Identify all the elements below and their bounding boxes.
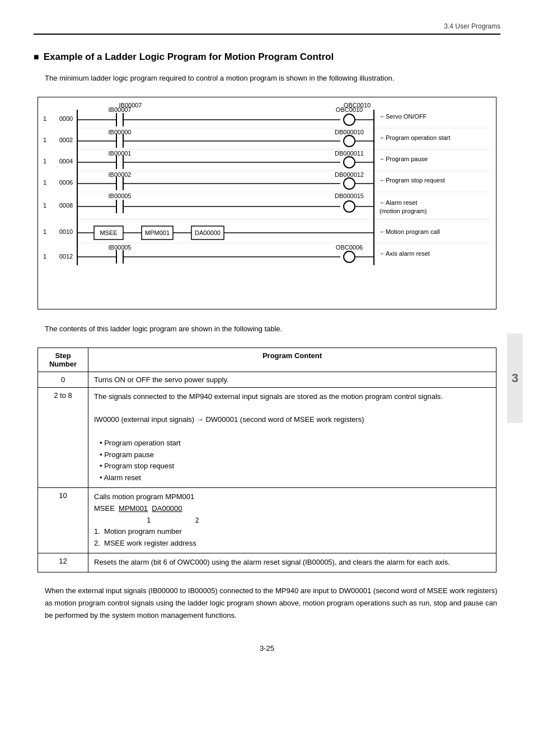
bottom-text: When the external input signals (IB00000…	[45, 585, 500, 622]
content-table-wrapper: StepNumber Program Content 0 Turns ON or…	[38, 348, 496, 572]
svg-text:1: 1	[43, 202, 46, 209]
svg-text:0000: 0000	[59, 115, 73, 122]
content-0: Turns ON or OFF the servo power supply.	[88, 372, 496, 387]
content-table: StepNumber Program Content 0 Turns ON or…	[38, 348, 496, 572]
section-title-text: Example of a Ladder Logic Program for Mo…	[44, 51, 334, 63]
svg-text:1: 1	[43, 137, 46, 143]
svg-text:DB000015: DB000015	[335, 192, 364, 199]
table-row: 12 Resets the alarm (bit 6 of OWC000) us…	[38, 553, 496, 572]
svg-text:IB00005: IB00005	[109, 244, 132, 251]
table-intro-text: The contents of this ladder logic progra…	[45, 325, 282, 333]
svg-text:←Alarm reset: ←Alarm reset	[380, 199, 417, 206]
svg-text:0006: 0006	[59, 179, 73, 186]
svg-text:0008: 0008	[59, 202, 73, 209]
svg-text:←Program operation start: ←Program operation start	[380, 134, 451, 141]
svg-text:←Servo ON/OFF: ←Servo ON/OFF	[380, 113, 427, 120]
svg-text:0004: 0004	[59, 158, 73, 165]
svg-point-35	[344, 157, 355, 168]
svg-text:0012: 0012	[59, 253, 73, 260]
svg-text:1: 1	[43, 179, 46, 186]
svg-text:←Program pause: ←Program pause	[380, 156, 428, 162]
svg-text:DB000011: DB000011	[335, 150, 364, 157]
table-row: 10 Calls motion program MPM001 MSEE MPM0…	[38, 487, 496, 553]
step-12: 12	[38, 553, 88, 572]
svg-text:IB00002: IB00002	[109, 171, 132, 178]
step-2to8: 2 to 8	[38, 387, 88, 487]
svg-text:DB000010: DB000010	[335, 129, 364, 135]
page-number: 3-25	[34, 644, 500, 652]
table-row: 2 to 8 The signals connected to the MP94…	[38, 387, 496, 487]
svg-text:IB00005: IB00005	[109, 192, 132, 199]
svg-point-47	[344, 178, 355, 189]
svg-text:1: 1	[43, 158, 46, 165]
svg-text:MPM001: MPM001	[145, 229, 170, 236]
table-intro: The contents of this ladder logic progra…	[45, 323, 500, 335]
svg-point-86	[344, 251, 355, 262]
side-tab: 3	[507, 334, 523, 423]
col-header-content: Program Content	[88, 348, 496, 372]
svg-point-23	[344, 135, 355, 147]
side-tab-number: 3	[512, 371, 518, 386]
svg-text:DB000012: DB000012	[335, 171, 364, 178]
svg-text:OBC0010: OBC0010	[336, 106, 363, 113]
ladder-diagram: IB00007 OBC0010 1 0000 ←Servo ON/OFF IB0…	[38, 97, 496, 311]
svg-text:0002: 0002	[59, 137, 73, 143]
intro-content: The minimum ladder logic program require…	[45, 74, 394, 82]
step-10: 10	[38, 487, 88, 553]
svg-text:1: 1	[43, 228, 46, 235]
page-header: 3.4 User Programs	[34, 22, 500, 35]
section-title: Example of a Ladder Logic Program for Mo…	[34, 51, 500, 63]
svg-text:OBC0006: OBC0006	[336, 244, 363, 251]
svg-text:0010: 0010	[59, 228, 73, 235]
svg-text:←Program stop request: ←Program stop request	[380, 177, 445, 184]
svg-text:←Axis alarm reset: ←Axis alarm reset	[380, 250, 430, 257]
content-10: Calls motion program MPM001 MSEE MPM001 …	[88, 487, 496, 553]
svg-text:IB00007: IB00007	[109, 106, 132, 113]
svg-point-8	[344, 114, 355, 125]
svg-text:(motion program): (motion program)	[380, 208, 427, 214]
step-0: 0	[38, 372, 88, 387]
content-2to8: The signals connected to the MP940 exter…	[88, 387, 496, 487]
header-text: 3.4 User Programs	[444, 22, 500, 30]
svg-text:1: 1	[43, 115, 46, 122]
svg-point-59	[344, 201, 355, 212]
page-number-text: 3-25	[260, 644, 274, 652]
bottom-content: When the external input signals (IB00000…	[45, 586, 498, 619]
svg-text:IB00000: IB00000	[109, 129, 132, 135]
table-row: 0 Turns ON or OFF the servo power supply…	[38, 372, 496, 387]
svg-text:DA00000: DA00000	[195, 229, 221, 236]
col-header-step: StepNumber	[38, 348, 88, 372]
content-12: Resets the alarm (bit 6 of OWC000) using…	[88, 553, 496, 572]
intro-text: The minimum ladder logic program require…	[45, 73, 500, 84]
svg-text:1: 1	[43, 253, 46, 260]
svg-text:IB00001: IB00001	[109, 150, 132, 157]
svg-text:MSEE: MSEE	[100, 229, 117, 236]
svg-text:←Motion program call: ←Motion program call	[380, 228, 440, 235]
